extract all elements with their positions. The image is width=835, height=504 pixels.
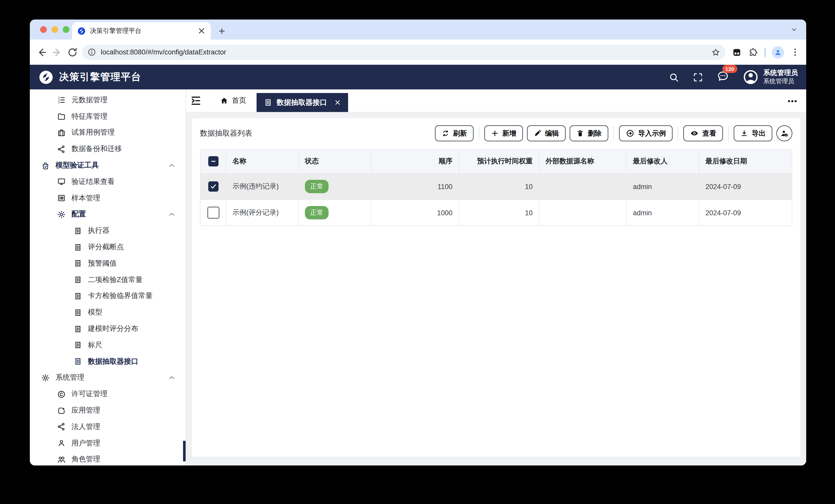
table-row[interactable]: 示例(违约记录) 正常 1100 10 admin 2024-07-09: [200, 173, 792, 200]
folder-icon: [57, 112, 66, 121]
sidebar-item-user-mgmt[interactable]: 用户管理: [30, 435, 186, 451]
sidebar-item-application-mgmt[interactable]: 应用管理: [30, 402, 186, 419]
messages-button[interactable]: 120: [716, 70, 729, 84]
receipt-icon: [74, 275, 82, 284]
zoom-window-button[interactable]: [63, 26, 69, 33]
tab-more-icon[interactable]: [787, 96, 798, 107]
extensions-puzzle-icon[interactable]: [748, 47, 758, 57]
column-settings-button[interactable]: [776, 125, 792, 141]
sidebar-item-legal-entity-mgmt[interactable]: 法人管理: [30, 419, 186, 435]
sidebar-item-metadata-mgmt[interactable]: 元数据管理: [30, 92, 186, 108]
sidebar-item-score-cutoff[interactable]: 评分截断点: [30, 239, 186, 255]
forward-icon[interactable]: [52, 46, 63, 58]
tab-home[interactable]: 首页: [220, 96, 246, 105]
row-checkbox-unchecked[interactable]: [207, 207, 219, 219]
receipt-icon: [74, 292, 82, 300]
sidebar-fold-icon[interactable]: [190, 95, 202, 106]
search-icon[interactable]: [668, 72, 679, 82]
back-icon[interactable]: [36, 46, 47, 58]
browser-tab[interactable]: 决策引擎管理平台: [72, 22, 211, 40]
user-avatar-icon: [742, 69, 759, 85]
col-header-order: 顺序: [371, 149, 459, 173]
cell-modified-date: 2024-07-09: [699, 173, 792, 200]
tab-search-chevron-icon[interactable]: [789, 25, 799, 35]
sidebar-item-executor[interactable]: 执行器: [30, 223, 186, 239]
sidebar-item-modeling-score-distribution[interactable]: 建模时评分分布: [30, 320, 186, 337]
sidebar-item-data-backup-migration[interactable]: 数据备份和迁移: [30, 141, 186, 158]
reload-icon[interactable]: [67, 46, 78, 58]
delete-button[interactable]: 删除: [570, 125, 608, 141]
row-checkbox-checked[interactable]: [208, 181, 218, 192]
sidebar-item-label: 二项检验Z值常量: [88, 275, 143, 285]
app-body: 元数据管理 特征库管理 试算用例管理 数据备份和迁移 模型验证工具 验证结果查看…: [30, 89, 806, 465]
new-tab-button[interactable]: [215, 24, 228, 38]
indeterminate-minus-icon: [209, 158, 217, 165]
sidebar-group-model-validation-tools[interactable]: 模型验证工具: [30, 157, 186, 174]
sidebar-item-role-mgmt[interactable]: 角色管理: [30, 451, 186, 465]
edit-button[interactable]: 编辑: [527, 125, 566, 141]
minimize-window-button[interactable]: [52, 26, 58, 33]
refresh-button[interactable]: 刷新: [435, 125, 473, 141]
receipt-icon: [74, 341, 82, 350]
button-group-divider: [479, 127, 479, 140]
sidebar-item-license-mgmt[interactable]: 许可证管理: [30, 386, 186, 402]
download-icon: [740, 129, 748, 137]
view-button[interactable]: 查看: [683, 125, 723, 141]
import-sample-button[interactable]: 导入示例: [619, 125, 673, 141]
export-button[interactable]: 导出: [734, 125, 772, 141]
sidebar-item-sample-mgmt[interactable]: 样本管理: [30, 190, 186, 207]
export-button-label: 导出: [752, 129, 766, 138]
sidebar-item-label: 模型: [88, 308, 102, 317]
sidebar-item-binomial-z-constant[interactable]: 二项检验Z值常量: [30, 272, 186, 288]
table-header-row: 名称 状态 顺序 预计执行时间权重 外部数据源名称 最后修改人 最后修改日期: [200, 149, 792, 173]
cell-order: 1100: [371, 173, 459, 200]
receipt-icon: [74, 357, 82, 366]
gear-icon: [57, 210, 66, 219]
select-all-checkbox[interactable]: [208, 156, 218, 166]
sidebar-item-feature-lib-mgmt[interactable]: 特征库管理: [30, 108, 186, 125]
close-icon[interactable]: [334, 99, 341, 106]
address-bar[interactable]: localhost:8080/#/mv/config/dataExtractor: [82, 44, 726, 60]
bookmark-star-icon[interactable]: [711, 47, 720, 57]
extension-shortcut-icon[interactable]: [732, 47, 742, 57]
url-text[interactable]: localhost:8080/#/mv/config/dataExtractor: [101, 48, 707, 56]
table-row[interactable]: 示例(评分记录) 正常 1000 10 admin 2024-07-09: [200, 200, 792, 226]
tab-close-icon[interactable]: [198, 27, 206, 35]
cell-status: 正常: [299, 173, 371, 200]
screenshot-stage: 决策引擎管理平台 localhost:8080/#/mv/config/data…: [0, 0, 835, 504]
browser-menu-kebab-icon[interactable]: [790, 47, 800, 57]
sidebar-item-label: 建模时评分分布: [88, 324, 138, 333]
browser-profile-avatar[interactable]: [772, 46, 784, 58]
cell-name: 示例(评分记录): [226, 200, 299, 226]
sidebar-item-data-extractor-interface[interactable]: 数据抽取器接口: [30, 354, 186, 370]
sidebar-item-model[interactable]: 模型: [30, 304, 186, 321]
site-info-icon[interactable]: [87, 48, 96, 57]
app-header-actions: 120 系统管理员 系统管理员: [668, 69, 798, 85]
sidebar-group-config[interactable]: 配置: [30, 206, 186, 223]
cell-modified-by: admin: [627, 173, 699, 200]
refresh-button-label: 刷新: [453, 129, 467, 138]
list-title: 数据抽取器列表: [200, 128, 252, 138]
sidebar-item-chisquare-critical-constant[interactable]: 卡方检验临界值常量: [30, 288, 186, 304]
close-window-button[interactable]: [40, 26, 47, 33]
sidebar-group-system-mgmt[interactable]: 系统管理: [30, 370, 186, 386]
sidebar-item-ruler[interactable]: 标尺: [30, 337, 186, 354]
cell-datasource: [539, 200, 627, 226]
window-controls[interactable]: [40, 26, 69, 33]
sidebar-item-trial-case-mgmt[interactable]: 试算用例管理: [30, 125, 186, 141]
sidebar-item-label: 试算用例管理: [72, 128, 115, 138]
sidebar-selected-indicator: [183, 441, 186, 461]
sidebar-item-warning-threshold[interactable]: 预警阈值: [30, 255, 186, 272]
sidebar-item-validation-results[interactable]: 验证结果查看: [30, 174, 186, 190]
gear-icon: [41, 374, 50, 382]
browser-window: 决策引擎管理平台 localhost:8080/#/mv/config/data…: [30, 20, 806, 465]
sidebar-item-label: 数据备份和迁移: [72, 145, 122, 154]
cell-modified-date: 2024-07-09: [699, 200, 792, 226]
user-menu[interactable]: 系统管理员 系统管理员: [742, 69, 798, 85]
trash-icon: [576, 129, 584, 137]
sidebar-item-label: 元数据管理: [72, 96, 107, 105]
add-button[interactable]: 新增: [484, 125, 523, 141]
tab-data-extractor-interface[interactable]: 数据抽取器接口: [257, 93, 348, 112]
sidebar-item-label: 许可证管理: [72, 390, 107, 399]
fullscreen-icon[interactable]: [692, 72, 703, 82]
